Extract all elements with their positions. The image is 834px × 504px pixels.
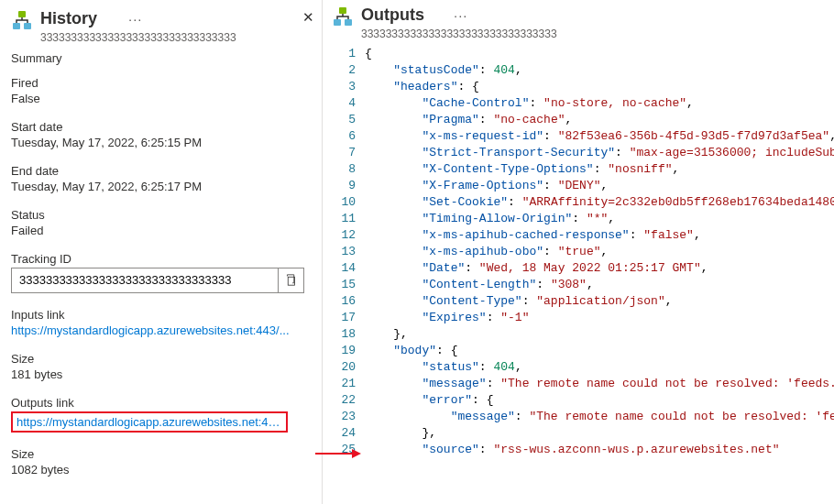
end-date-label: End date: [11, 164, 314, 178]
start-date-value: Tuesday, May 17, 2022, 6:25:15 PM: [11, 136, 314, 149]
outputs-more-button[interactable]: ···: [446, 7, 476, 23]
history-title: History: [40, 9, 314, 29]
outputs-title: Outputs: [361, 5, 827, 26]
copy-button[interactable]: [278, 268, 303, 292]
outputs-link[interactable]: https://mystandardlogicapp.azurewebsites…: [16, 415, 282, 429]
outputs-link-label: Outputs link: [11, 396, 314, 410]
code-editor[interactable]: 1234567891011121314151617181920212223242…: [332, 44, 834, 504]
copy-icon: [285, 274, 297, 286]
svg-rect-5: [334, 19, 341, 26]
inputs-link[interactable]: https://mystandardlogicapp.azurewebsites…: [11, 323, 304, 337]
status-label: Status: [11, 208, 314, 222]
svg-rect-6: [345, 19, 352, 26]
tracking-id-input[interactable]: [12, 273, 278, 287]
outputs-size-value: 1082 bytes: [11, 463, 314, 477]
code-content: { "statusCode": 404, "headers": { "Cache…: [365, 46, 834, 504]
tracking-id-field: [11, 268, 304, 293]
start-date-label: Start date: [11, 120, 314, 134]
outputs-subtitle: 33333333333333333333333333333333: [361, 27, 827, 40]
outputs-header: Outputs ··· 3333333333333333333333333333…: [332, 0, 834, 44]
status-value: Failed: [11, 224, 314, 237]
line-gutter: 1234567891011121314151617181920212223242…: [332, 46, 365, 504]
inputs-size-label: Size: [11, 352, 314, 366]
fired-value: False: [11, 92, 314, 105]
history-more-button[interactable]: ···: [121, 11, 150, 27]
inputs-link-label: Inputs link: [11, 308, 314, 322]
logic-app-icon: [11, 9, 33, 31]
outputs-panel: Outputs ··· 3333333333333333333333333333…: [323, 0, 834, 504]
fired-label: Fired: [11, 76, 314, 90]
logic-app-icon: [332, 5, 354, 27]
outputs-link-highlight: https://mystandardlogicapp.azurewebsites…: [11, 411, 288, 433]
inputs-size-value: 181 bytes: [11, 367, 314, 381]
end-date-value: Tuesday, May 17, 2022, 6:25:17 PM: [11, 180, 314, 193]
summary-heading: Summary: [11, 51, 314, 65]
history-header: History ··· 3333333333333333333333333333…: [11, 4, 322, 48]
history-subtitle: 33333333333333333333333333333333: [40, 31, 314, 44]
history-panel: History ··· 3333333333333333333333333333…: [0, 0, 323, 504]
svg-rect-2: [24, 23, 31, 29]
close-button[interactable]: ✕: [302, 9, 314, 26]
outputs-size-label: Size: [11, 447, 314, 461]
tracking-id-label: Tracking ID: [11, 252, 314, 266]
svg-rect-0: [18, 11, 26, 17]
svg-rect-1: [13, 23, 20, 29]
svg-rect-4: [339, 7, 346, 14]
